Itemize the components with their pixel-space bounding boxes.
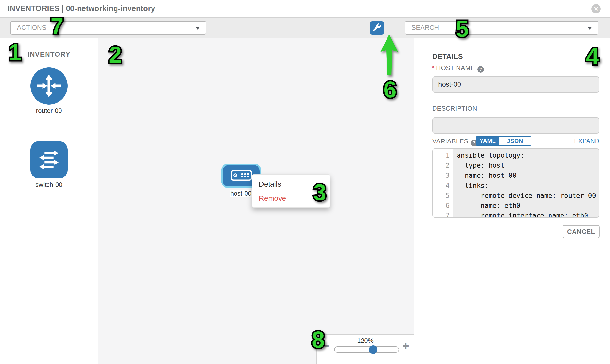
palette-item-label: switch-00 [36, 181, 62, 188]
variables-label-row: VARIABLES? [432, 138, 477, 146]
zoom-slider-track[interactable] [334, 346, 399, 353]
toolbar: ACTIONS SEARCH [0, 17, 610, 38]
page-title: INVENTORIES | 00-networking-inventory [8, 0, 155, 17]
required-asterisk: * [431, 64, 434, 71]
inventory-sidebar: INVENTORY router-00 [0, 38, 98, 364]
host-icon [231, 170, 252, 182]
palette-item-switch[interactable]: switch-00 [0, 141, 98, 188]
search-dropdown-placeholder: SEARCH [412, 22, 439, 34]
host-name-label-row: *HOST NAME? [431, 64, 484, 73]
zoom-percentage: 120% [317, 337, 414, 344]
details-panel: DETAILS *HOST NAME? DESCRIPTION VARIABLE… [415, 38, 610, 364]
host-node-label: host-00 [230, 190, 252, 197]
sidebar-title: INVENTORY [0, 51, 98, 58]
switch-icon [30, 141, 67, 179]
details-panel-title: DETAILS [432, 52, 463, 61]
code-line: 4 links: [433, 181, 599, 190]
expand-link[interactable]: EXPAND [542, 138, 599, 145]
description-label: DESCRIPTION [432, 105, 477, 112]
zoom-control-panel: 120% − + [316, 334, 415, 364]
code-line: 6 name: eth0 [433, 200, 599, 210]
menu-item-remove[interactable]: Remove [252, 191, 330, 205]
chevron-down-icon [587, 27, 592, 30]
tools-button[interactable] [370, 21, 384, 35]
chevron-down-icon [195, 27, 200, 30]
code-line: 1ansible_topology: [433, 150, 599, 160]
variables-format-toggle: YAML JSON [476, 136, 532, 146]
editor-lines: 1ansible_topology: 2 type: host 3 name: … [433, 150, 599, 218]
inventory-topology-app: INVENTORIES | 00-networking-inventory ✕ … [0, 0, 610, 364]
palette-item-label: router-00 [36, 107, 62, 115]
code-line: 5 - remote_device_name: router-00 [433, 190, 599, 200]
host-name-label: HOST NAME [436, 64, 475, 71]
router-icon [30, 67, 67, 104]
toggle-json[interactable]: JSON [499, 137, 531, 145]
actions-dropdown-placeholder: ACTIONS [17, 22, 46, 34]
zoom-out-button[interactable]: − [323, 340, 329, 351]
host-name-input[interactable] [432, 76, 599, 92]
menu-item-details[interactable]: Details [252, 177, 330, 191]
search-dropdown[interactable]: SEARCH [405, 21, 598, 35]
code-line: 7 remote_interface_name: eth0 [433, 210, 599, 218]
header: INVENTORIES | 00-networking-inventory ✕ [0, 0, 610, 17]
node-context-menu: Details Remove [252, 174, 330, 208]
variables-code-editor[interactable]: 1ansible_topology: 2 type: host 3 name: … [432, 148, 599, 218]
description-input[interactable] [432, 117, 599, 134]
code-line: 3 name: host-00 [433, 170, 599, 181]
zoom-slider-thumb[interactable] [369, 345, 377, 354]
variables-label: VARIABLES [432, 138, 468, 145]
zoom-in-button[interactable]: + [402, 340, 409, 351]
cancel-button[interactable]: CANCEL [562, 225, 600, 238]
actions-dropdown[interactable]: ACTIONS [10, 21, 206, 35]
wrench-icon [373, 24, 381, 32]
toggle-yaml[interactable]: YAML [476, 137, 499, 145]
help-icon[interactable]: ? [477, 66, 484, 73]
code-line: 2 type: host [433, 160, 599, 170]
palette-item-router[interactable]: router-00 [0, 67, 98, 115]
close-icon[interactable]: ✕ [591, 4, 601, 13]
